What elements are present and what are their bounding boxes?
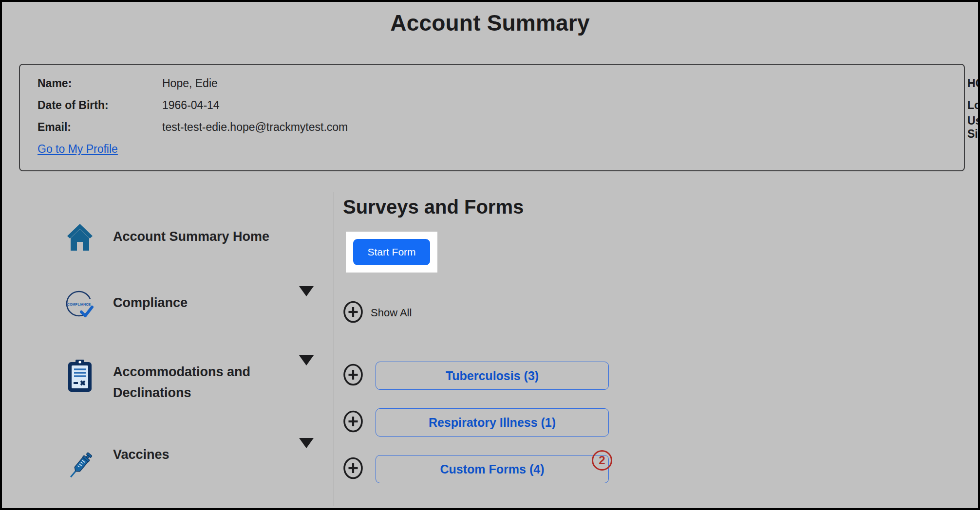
syringe-icon [65, 441, 94, 493]
plus-circle-icon[interactable] [343, 457, 363, 481]
profile-row-hcp: HCP: Employee on Facility Payroll [501, 73, 967, 94]
go-to-my-profile-link[interactable]: Go to My Profile [38, 143, 118, 156]
profile-row-name: Name: Hope, Edie [38, 73, 501, 94]
compliance-icon: COMPLIANCE [65, 290, 94, 321]
name-label: Name: [38, 77, 162, 90]
name-value: Hope, Edie [162, 77, 218, 90]
sidebar-item-account-summary-home[interactable]: Account Summary Home [65, 223, 314, 252]
sidebar-nav: Account Summary Home COMPLIANCE Complian… [4, 192, 334, 506]
home-icon [65, 223, 94, 252]
clipboard-icon [65, 359, 94, 393]
user-since-label: User Since: [967, 114, 980, 141]
plus-circle-icon[interactable] [343, 301, 363, 325]
custom-forms-button[interactable]: Custom Forms (4) 2 [376, 455, 609, 483]
dob-label: Date of Birth: [38, 99, 162, 112]
category-row-custom-forms: Custom Forms (4) 2 [343, 455, 959, 483]
start-form-button[interactable]: Start Form [353, 239, 430, 265]
show-all-control[interactable]: Show All [343, 301, 412, 325]
tuberculosis-button[interactable]: Tuberculosis (3) [376, 362, 609, 390]
dob-value: 1966-04-14 [162, 99, 220, 112]
hcp-label: HCP: [967, 77, 980, 90]
respiratory-illness-button[interactable]: Respiratory Illness (1) [376, 408, 609, 437]
sidebar-item-accommodations-declinations[interactable]: Accommodations and Declinations [65, 359, 314, 403]
category-row-tuberculosis: Tuberculosis (3) [343, 362, 959, 390]
notification-badge: 2 [592, 450, 612, 471]
plus-circle-icon[interactable] [343, 410, 363, 435]
plus-circle-icon[interactable] [343, 364, 363, 388]
sidebar-item-label: Accommodations and Declinations [113, 359, 274, 403]
sidebar-item-compliance[interactable]: COMPLIANCE Compliance [65, 290, 314, 321]
page-title: Account Summary [2, 2, 978, 36]
profile-row-user-since: User Since: 2024-02-16 [501, 116, 967, 138]
sidebar-item-label: Compliance [113, 290, 188, 313]
email-value: test-test-edie.hope@trackmytest.com [162, 121, 348, 134]
category-row-respiratory-illness: Respiratory Illness (1) [343, 408, 959, 437]
profile-info-box: Name: Hope, Edie Date of Birth: 1966-04-… [19, 64, 965, 171]
content-divider [343, 337, 959, 337]
show-all-label: Show All [371, 307, 412, 319]
sidebar-item-label: Account Summary Home [113, 223, 269, 247]
profile-row-email: Email: test-test-edie.hope@trackmytest.c… [38, 116, 501, 138]
profile-info-right-column: HCP: Employee on Facility Payroll Locati… [501, 73, 964, 170]
sidebar-item-label: Vaccines [113, 441, 170, 465]
account-summary-page: Account Summary Name: Hope, Edie Date of… [0, 0, 980, 510]
custom-forms-label: Custom Forms (4) [440, 462, 545, 476]
main-body: Account Summary Home COMPLIANCE Complian… [4, 192, 976, 506]
surveys-and-forms-panel: Surveys and Forms Start Form Show All [334, 192, 976, 506]
svg-text:COMPLIANCE: COMPLIANCE [67, 302, 91, 307]
triangle-down-icon[interactable] [299, 290, 314, 305]
profile-info-left-column: Name: Hope, Edie Date of Birth: 1966-04-… [38, 73, 501, 170]
surveys-and-forms-heading: Surveys and Forms [343, 196, 959, 218]
triangle-down-icon[interactable] [299, 359, 314, 374]
email-label: Email: [38, 121, 162, 134]
locations-label: Locations: [967, 99, 980, 112]
profile-row-locations: Locations: [501, 94, 967, 116]
start-form-highlight: Start Form [346, 232, 437, 273]
sidebar-item-vaccines[interactable]: Vaccines [65, 441, 314, 493]
profile-row-dob: Date of Birth: 1966-04-14 [38, 94, 501, 116]
triangle-down-icon[interactable] [299, 441, 314, 457]
